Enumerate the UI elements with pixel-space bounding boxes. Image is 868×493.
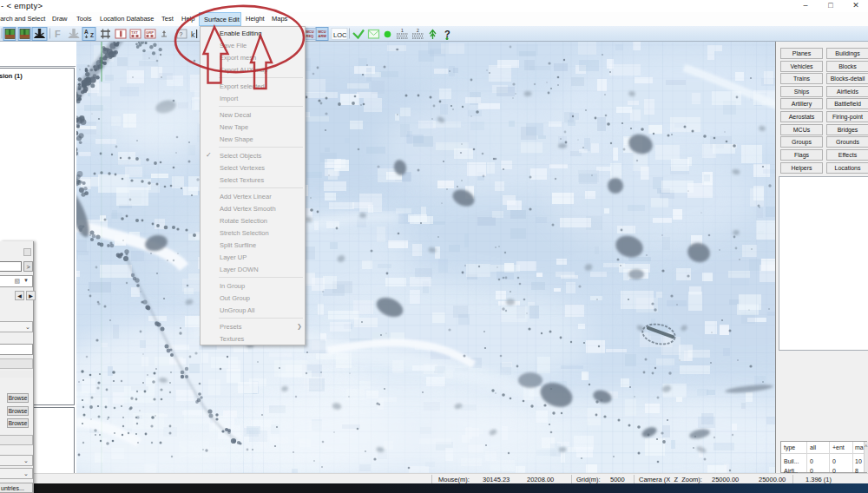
svg-text:A: A: [84, 29, 89, 35]
svg-text:Z: Z: [90, 32, 94, 38]
svg-text:GRP: GRP: [146, 30, 154, 35]
svg-text:F: F: [55, 29, 61, 39]
svg-text:2: 2: [417, 28, 419, 33]
svg-text:1: 1: [401, 28, 404, 33]
svg-text:TXT: TXT: [131, 30, 138, 35]
